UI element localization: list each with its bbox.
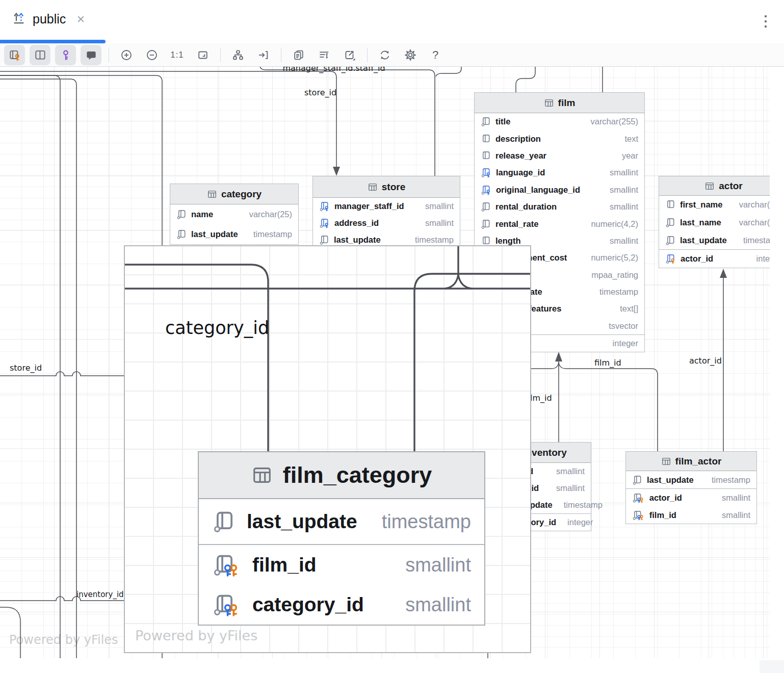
edge-label[interactable]: store_id: [10, 363, 42, 373]
edge-label[interactable]: store_id: [304, 88, 336, 97]
column-name: first_name: [680, 200, 722, 210]
help-button[interactable]: ?: [425, 45, 446, 65]
table-header[interactable]: store: [313, 176, 460, 198]
column-row[interactable]: last_namevarchar(45): [659, 214, 770, 231]
auto-layout-button[interactable]: [227, 45, 248, 65]
settings-button[interactable]: [400, 45, 421, 65]
diagram-canvas[interactable]: manager_staff_id.staff_id store_id store…: [0, 67, 770, 658]
edge-label[interactable]: inventory_id: [76, 590, 124, 599]
fit-content-button[interactable]: [192, 45, 213, 65]
column-row[interactable]: last_updatetimestamp: [659, 231, 770, 249]
column-name: last_update: [680, 236, 727, 245]
table-actor[interactable]: actor first_namevarchar(45)last_namevarc…: [659, 176, 770, 268]
column-type: timestamp: [375, 511, 471, 533]
column-type: timestamp: [592, 287, 638, 297]
column-row[interactable]: first_namevarchar(45): [659, 196, 770, 214]
column-name: rental_duration: [495, 202, 557, 212]
column-icon: [481, 116, 491, 127]
column-row[interactable]: manager_staff_idsmallint: [313, 198, 460, 215]
primary-foreign-key-icon: [212, 553, 242, 577]
column-name: last_update: [191, 229, 238, 239]
edge-label[interactable]: actor_id: [689, 356, 722, 366]
table-header[interactable]: film: [475, 93, 644, 113]
column-type: year: [615, 151, 638, 161]
more-menu-icon[interactable]: [761, 13, 771, 30]
column-type: smallint: [603, 202, 638, 212]
table-film-category[interactable]: film_category last_updatetimestampfilm_i…: [198, 451, 485, 626]
keys-toggle-button[interactable]: [55, 45, 76, 65]
column-row[interactable]: release_yearyear: [475, 147, 644, 164]
column-icon: [665, 199, 676, 210]
column-row[interactable]: titlevarchar(255): [475, 113, 644, 130]
edge-label-magnified[interactable]: category_id: [165, 318, 269, 338]
column-row[interactable]: descriptiontext: [475, 130, 644, 147]
tab-close-icon[interactable]: [76, 14, 86, 24]
column-icon: [176, 229, 187, 240]
zoom-reset-label: 1:1: [170, 50, 184, 60]
table-store[interactable]: store manager_staff_idsmallintaddress_id…: [312, 176, 460, 249]
table-header[interactable]: category: [170, 184, 298, 204]
column-row[interactable]: last_updatetimestamp: [170, 224, 298, 244]
column-row[interactable]: namevarchar(25): [170, 204, 298, 224]
refresh-button[interactable]: [374, 45, 395, 65]
table-structure-toggle-button[interactable]: [4, 45, 25, 65]
column-row[interactable]: language_idsmallint: [475, 164, 644, 181]
column-name: length: [495, 236, 521, 246]
tab-bar: public: [0, 0, 784, 43]
column-type: integer: [606, 339, 638, 348]
edit-labels-button[interactable]: [313, 45, 334, 65]
zoom-in-button[interactable]: [116, 45, 137, 65]
column-icon: [481, 219, 491, 229]
column-icon: [319, 235, 330, 245]
column-row[interactable]: actor_idinteger: [659, 250, 770, 268]
table-header[interactable]: film_category: [199, 452, 484, 499]
comments-toggle-button[interactable]: [81, 45, 101, 65]
column-row[interactable]: last_updatetimestamp: [626, 471, 756, 488]
export-diagram-button[interactable]: [339, 45, 360, 65]
column-row[interactable]: actor_idsmallint: [626, 489, 756, 506]
column-type: text[]: [613, 304, 638, 314]
toolbar-separator: [220, 48, 221, 62]
column-icon: [665, 217, 676, 228]
column-row[interactable]: film_idsmallint: [199, 545, 484, 585]
column-row[interactable]: category_idsmallint: [199, 585, 484, 625]
column-row[interactable]: last_updatetimestamp: [199, 499, 484, 544]
column-row[interactable]: rental_ratenumeric(4,2): [475, 215, 644, 232]
column-row[interactable]: original_language_idsmallint: [475, 182, 644, 198]
column-type: smallint: [549, 467, 585, 476]
edge-label[interactable]: film_id: [594, 358, 621, 368]
column-name: title: [495, 117, 510, 126]
column-row[interactable]: film_idsmallint: [626, 506, 756, 524]
tab-public[interactable]: public: [11, 10, 86, 28]
column-name: release_year: [495, 151, 546, 161]
column-type: integer: [749, 254, 770, 264]
column-type: timestamp: [736, 236, 770, 245]
primary-foreign-key-icon: [632, 493, 645, 503]
column-icon: [665, 235, 676, 246]
edge-label[interactable]: manager_staff_id.staff_id: [265, 67, 403, 73]
table-icon: [661, 456, 671, 467]
copy-diagram-button[interactable]: [288, 45, 309, 65]
columns-toggle-button[interactable]: [30, 45, 50, 65]
column-icon: [176, 209, 187, 220]
go-to-source-button[interactable]: [253, 45, 274, 65]
table-header[interactable]: film_actor: [626, 452, 756, 471]
column-row[interactable]: rental_durationsmallint: [475, 198, 644, 215]
column-row[interactable]: address_idsmallint: [313, 215, 460, 231]
column-type: smallint: [418, 201, 454, 211]
column-type: integer: [560, 517, 593, 527]
column-icon: [481, 236, 491, 246]
zoom-reset-button[interactable]: 1:1: [167, 45, 188, 65]
column-name: actor_id: [649, 493, 682, 503]
zoom-out-button[interactable]: [141, 45, 162, 65]
table-icon: [368, 182, 378, 192]
column-type: varchar(45): [732, 200, 770, 210]
table-film-actor[interactable]: film_actor last_updatetimestampactor_ids…: [625, 451, 757, 524]
table-category[interactable]: category namevarchar(25)last_updatetimes…: [170, 184, 299, 245]
column-icon: [212, 509, 237, 534]
foreign-key-icon: [481, 167, 492, 178]
table-icon: [544, 98, 554, 108]
table-header[interactable]: actor: [659, 176, 770, 196]
column-type: text: [617, 134, 638, 144]
magnifier-overlay[interactable]: category_id film_category last_updatetim…: [124, 245, 531, 653]
